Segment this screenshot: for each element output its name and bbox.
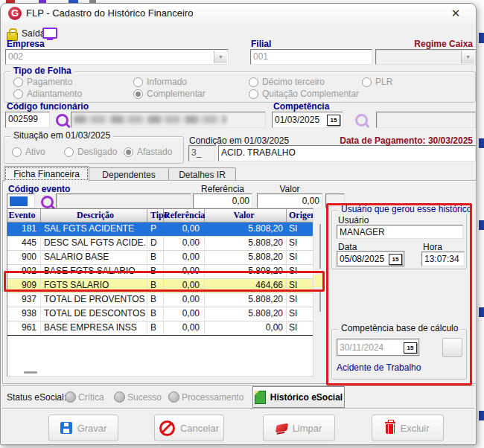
referencia-input[interactable]: 0,00 [193,193,252,208]
competencia-base-input[interactable]: 30/11/2024 15 [337,339,420,356]
competencia-date-input[interactable]: 01/03/2025 15 [272,112,343,128]
table-row[interactable]: 961BASE EMPRESA INSSB0,000,00SI [7,321,313,336]
divider [2,385,474,387]
radio-ativo[interactable]: Ativo [12,147,45,157]
filial-combobox[interactable]: 001 [250,49,372,65]
filial-label: Filial [251,39,271,49]
data-pagamento-label: Data de Pagamento: 30/03/2025 [302,135,473,146]
background-window-right [477,0,484,448]
table-row-highlighted[interactable]: 909FGTS SALARIOB0,00464,66SI [7,279,313,293]
competencia-base-groupbox: Competência base de cálculo 30/11/2024 1… [331,329,467,380]
close-icon[interactable]: ✕ [448,6,464,21]
valor-input[interactable]: 0,00 [257,193,322,208]
vertical-scrollbar[interactable] [319,224,321,269]
radio-icon [249,77,258,87]
situacao-groupbox: Situação em 01/03/2025 Ativo Desligado A… [4,136,184,164]
radio-informado[interactable]: Informado [133,77,187,87]
limpar-button[interactable]: Limpar [263,415,335,441]
empresa-combobox[interactable]: 002 ▼ [5,49,229,65]
radio-afastado[interactable]: Afastado [124,147,172,157]
exit-button[interactable]: Saída [22,28,45,39]
col-origem[interactable]: Origem [287,209,313,222]
regime-caixa-combobox[interactable]: ▼ [375,49,476,65]
gravar-button[interactable]: Gravar [48,415,118,441]
table-row[interactable]: 938TOTAL DE DESCONTOSB0,005.808,20SI [7,307,313,321]
competencia-base-title: Competência base de cálculo [338,323,461,333]
calendar-icon[interactable]: 15 [327,115,340,126]
historico-esocial-button[interactable]: Histórico eSocial [252,386,345,408]
radio-decimo-terceiro[interactable]: Décimo terceiro [249,77,325,87]
chevron-down-icon[interactable]: ▼ [461,51,474,63]
status-processamento-icon [168,391,179,403]
data-value: 05/08/2025 [340,254,384,264]
document-icon [255,391,266,404]
codigo-evento-label: Código evento [8,184,70,194]
data-input[interactable]: 05/08/2025 15 [337,251,405,267]
radio-pagamento[interactable]: Pagamento [13,77,72,87]
radio-icon [13,77,23,87]
horizontal-scrollbar[interactable] [24,371,37,374]
col-descricao[interactable]: Descrição [41,209,147,222]
table-row[interactable]: 902BASE FGTS SALARIOB0,005.808,20SI [7,265,313,279]
radio-label: Ativo [25,147,45,157]
col-tipo[interactable]: Tipo [147,209,164,222]
gravar-label: Gravar [77,423,107,434]
tipo-de-folha-groupbox: Tipo de Folha Pagamento Informado Décimo… [4,71,476,103]
radio-icon [133,77,143,87]
table-row[interactable]: 937TOTAL DE PROVENTOSB0,005.808,20SI [7,293,313,307]
codigo-evento-input[interactable] [7,193,35,208]
divider [2,408,474,409]
radio-adiantamento[interactable]: Adiantamento [13,89,82,99]
radio-icon [133,89,143,99]
regime-caixa-label: Regime Caixa [383,39,473,49]
col-valor[interactable]: Valor [205,209,287,222]
referencia-label: Referência [193,184,252,194]
status-esocial-label: Status eSocial: [7,392,66,403]
acidente-trabalho-label: Acidente de Trabalho [337,362,421,373]
radio-plr[interactable]: PLR [362,77,392,87]
condicao-code-input[interactable]: 3_ [188,145,215,161]
search-competencia-icon[interactable] [355,114,368,127]
table-row[interactable]: 445DESC SAL FGTS ACIDE...D0,005.808,20SI [7,237,313,251]
radio-desligado[interactable]: Desligado [64,147,117,157]
calendar-icon[interactable]: 15 [404,342,417,353]
col-referencia[interactable]: Referência [164,209,205,222]
search-funcionario-icon[interactable] [56,114,69,127]
search-evento-icon[interactable] [41,196,54,208]
eventos-table[interactable]: Evento Descrição Tipo Referência Valor O… [7,208,313,377]
usuario-label: Usuário [338,215,369,225]
trash-icon [386,424,395,434]
situacao-title: Situação em 01/03/2025 [10,130,113,141]
title-bar[interactable]: G FLP - Cadastro do Histórico Financeiro… [1,4,476,23]
radio-icon [362,77,372,87]
vertical-scrollbar[interactable] [319,291,321,312]
radio-label: Desligado [77,147,117,157]
hora-input[interactable]: 13:07:34 [421,252,465,266]
window-title: FLP - Cadastro do Histórico Financeiro [26,7,193,19]
competencia-value: 01/03/2025 [275,115,319,125]
save-icon [60,422,72,434]
usuario-input[interactable]: MANAGER [337,225,463,239]
calendar-icon[interactable]: 15 [389,254,402,265]
radio-quitacao-complementar[interactable]: Quitação Complementar [249,89,359,99]
cancelar-button[interactable]: Cancelar [154,415,224,441]
status-critica-label: Crítica [78,392,104,403]
table-row[interactable]: 181SAL FGTS ACIDENTEP0,005.808,20SI [7,223,313,237]
chevron-down-icon[interactable]: ▼ [214,51,227,63]
valor-label: Valor [257,184,322,194]
radio-icon [12,147,22,157]
filial-value: 001 [253,51,268,62]
radio-label: Pagamento [27,77,72,87]
excluir-button[interactable]: Excluir [372,415,444,441]
monitor-icon[interactable] [42,28,57,39]
competencia-base-button[interactable] [442,338,462,357]
tab-ficha-financeira[interactable]: Ficha Financeira [4,166,89,182]
radio-complementar[interactable]: Complementar [133,89,206,99]
codigo-funcionario-input[interactable]: 002599 [5,112,50,128]
tipo-de-folha-title: Tipo de Folha [10,65,74,76]
col-evento[interactable]: Evento [7,209,41,222]
radio-label: PLR [375,77,392,87]
table-row[interactable]: 900SALARIO BASEB0,005.808,20SI [7,251,313,265]
radio-label: Afastado [137,147,172,157]
hora-label: Hora [423,242,442,252]
